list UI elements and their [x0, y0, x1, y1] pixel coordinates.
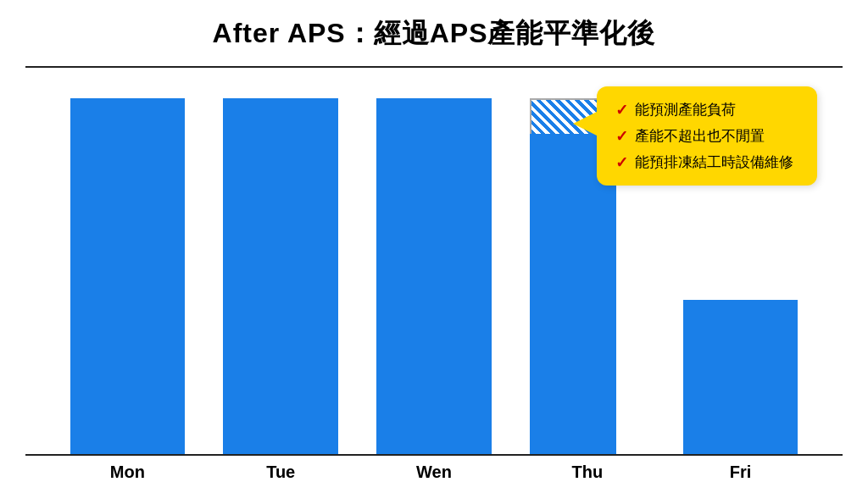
callout-item-3: ✓ 能預排凍結工時設備維修: [615, 152, 798, 172]
label-mon: Mon: [51, 463, 204, 482]
callout-item-2: ✓ 產能不超出也不閒置: [615, 126, 798, 146]
page-container: After APS：經過APS產能平準化後: [0, 0, 868, 482]
page-title: After APS：經過APS產能平準化後: [213, 15, 656, 53]
label-thu: Thu: [510, 463, 664, 482]
bar-wrapper-wen: [358, 68, 511, 454]
chart-area: ✓ 能預測產能負荷 ✓ 產能不超出也不閒置 ✓ 能預排凍結工時設備維修 Mon …: [25, 66, 843, 482]
bars-row: ✓ 能預測產能負荷 ✓ 產能不超出也不閒置 ✓ 能預排凍結工時設備維修: [25, 68, 843, 454]
bar-wrapper-tue: [204, 68, 358, 454]
callout-text-2: 產能不超出也不閒置: [635, 126, 765, 146]
check-icon-3: ✓: [615, 153, 628, 172]
callout-bubble: ✓ 能預測產能負荷 ✓ 產能不超出也不閒置 ✓ 能預排凍結工時設備維修: [597, 86, 817, 186]
bar-group-mon: [51, 68, 204, 454]
bar-group-tue: [204, 68, 358, 454]
labels-row: Mon Tue Wen Thu Fri: [25, 456, 843, 482]
check-icon-1: ✓: [615, 101, 628, 119]
bar-group-wen: [358, 68, 511, 454]
label-wen: Wen: [358, 463, 511, 482]
bar-fri: [683, 300, 798, 454]
label-tue: Tue: [204, 463, 358, 482]
callout-text-3: 能預排凍結工時設備維修: [635, 152, 793, 172]
label-fri: Fri: [664, 463, 817, 482]
bar-wrapper-mon: [51, 68, 204, 454]
callout-text-1: 能預測產能負荷: [635, 100, 736, 119]
bar-tue: [223, 98, 338, 454]
check-icon-2: ✓: [615, 127, 628, 146]
bar-wen: [376, 98, 492, 454]
callout-item-1: ✓ 能預測產能負荷: [615, 100, 798, 119]
bar-mon: [70, 98, 186, 454]
